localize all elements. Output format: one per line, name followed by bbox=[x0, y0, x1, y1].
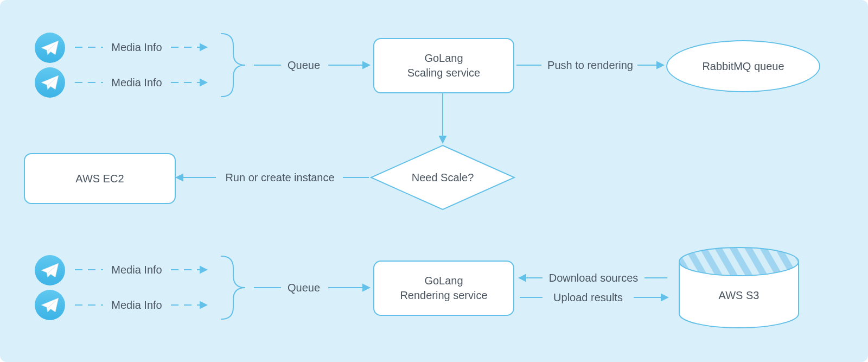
telegram-icon bbox=[35, 290, 65, 320]
golang-rendering-line2: Rendering service bbox=[400, 289, 487, 301]
telegram-icon bbox=[35, 33, 65, 63]
run-create-label: Run or create instance bbox=[225, 170, 334, 185]
media-info-label: Media Info bbox=[111, 298, 162, 313]
upload-results-label: Upload results bbox=[553, 290, 623, 305]
queue-label: Queue bbox=[288, 281, 320, 295]
push-rendering-label: Push to rendering bbox=[547, 58, 633, 73]
telegram-icon bbox=[35, 255, 65, 285]
golang-scaling-line2: Scaling service bbox=[407, 67, 481, 79]
brace-bottom bbox=[221, 256, 245, 319]
aws-ec2-box: AWS EC2 bbox=[24, 153, 176, 204]
diagram-canvas: Media Info Media Info Media Info Media I… bbox=[0, 0, 868, 362]
aws-ec2-label: AWS EC2 bbox=[75, 172, 124, 186]
decision-need-scale: Need Scale? bbox=[371, 145, 514, 209]
need-scale-label: Need Scale? bbox=[412, 172, 474, 184]
rabbitmq-node: RabbitMQ queue bbox=[666, 40, 820, 92]
svg-point-23 bbox=[679, 247, 799, 276]
media-info-label: Media Info bbox=[111, 40, 162, 55]
download-sources-label: Download sources bbox=[549, 271, 639, 285]
golang-scaling-line1: GoLang bbox=[424, 52, 463, 64]
rabbitmq-label: RabbitMQ queue bbox=[702, 60, 784, 73]
aws-s3-label: AWS S3 bbox=[719, 288, 760, 303]
telegram-icon bbox=[35, 67, 65, 98]
media-info-label: Media Info bbox=[111, 263, 162, 277]
brace-top bbox=[221, 34, 245, 97]
golang-scaling-box: GoLang Scaling service bbox=[373, 38, 514, 93]
golang-rendering-line1: GoLang bbox=[424, 275, 463, 287]
media-info-label: Media Info bbox=[111, 75, 162, 90]
queue-label: Queue bbox=[288, 58, 320, 73]
golang-rendering-box: GoLang Rendering service bbox=[373, 261, 514, 316]
